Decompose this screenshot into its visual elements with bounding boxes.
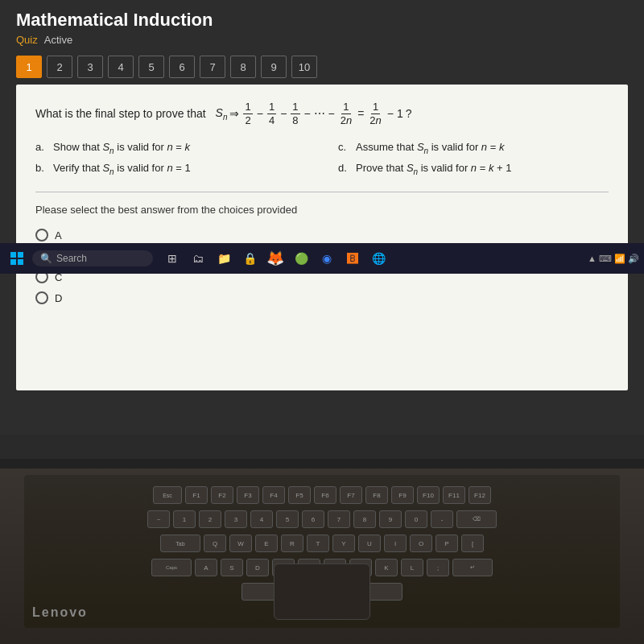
key-f4[interactable]: F4 [262, 486, 285, 504]
key-l[interactable]: L [401, 559, 423, 576]
key-6[interactable]: 6 [302, 510, 324, 528]
question-num-10[interactable]: 10 [291, 56, 317, 78]
key-w[interactable]: W [229, 535, 252, 552]
breadcrumb-quiz[interactable]: Quiz [16, 34, 38, 46]
question-num-8[interactable]: 8 [230, 56, 256, 78]
taskbar-app-5[interactable]: 🦊 [264, 247, 287, 270]
key-i[interactable]: I [384, 535, 407, 552]
key-2[interactable]: 2 [199, 510, 221, 528]
key-f12[interactable]: F12 [469, 486, 491, 504]
key-8[interactable]: 8 [353, 510, 376, 528]
key-o[interactable]: O [410, 535, 432, 552]
radio-option-d[interactable]: D [35, 291, 609, 304]
key-a[interactable]: A [195, 559, 217, 576]
question-num-9[interactable]: 9 [261, 56, 287, 78]
app-container: Mathematical Induction Quiz Active 1 2 3… [0, 0, 644, 435]
taskbar-app-3[interactable]: 📁 [213, 247, 235, 270]
select-instruction: Please select the best answer from the c… [35, 204, 609, 216]
key-f2[interactable]: F2 [211, 486, 233, 504]
divider [35, 192, 609, 192]
key-4[interactable]: 4 [250, 510, 273, 528]
key-backspace[interactable]: ⌫ [456, 510, 497, 528]
question-num-2[interactable]: 2 [47, 56, 72, 78]
key-q[interactable]: Q [204, 535, 226, 552]
key-k[interactable]: K [375, 559, 398, 576]
choice-d: d. Prove that Sn is valid for n = k + 1 [338, 162, 609, 176]
lenovo-logo: Lenovo [32, 605, 88, 620]
key-bracket[interactable]: [ [461, 535, 484, 552]
question-num-5[interactable]: 5 [138, 56, 164, 78]
taskbar-tray: ▲ ⌨ 📶 🔊 [588, 254, 639, 264]
key-y[interactable]: Y [332, 535, 355, 552]
taskbar-app-4[interactable]: 🔒 [238, 247, 261, 270]
key-f10[interactable]: F10 [417, 486, 440, 504]
key-f3[interactable]: F3 [237, 486, 259, 504]
key-tilde[interactable]: ~ [147, 510, 170, 528]
key-9[interactable]: 9 [379, 510, 402, 528]
question-num-1[interactable]: 1 [16, 56, 42, 78]
key-r[interactable]: R [281, 535, 303, 552]
radio-circle-a [35, 229, 48, 242]
taskbar: 🔍 Search ⊞ 🗂 📁 🔒 🦊 🟢 ◉ 🅱 🌐 ▲ ⌨ 📶 🔊 [0, 243, 644, 274]
key-d[interactable]: D [246, 559, 269, 576]
key-tab[interactable]: Tab [160, 535, 200, 552]
key-f9[interactable]: F9 [391, 486, 414, 504]
taskbar-app-9[interactable]: 🌐 [367, 247, 390, 270]
search-icon: 🔍 [40, 253, 52, 264]
key-f6[interactable]: F6 [314, 486, 336, 504]
question-num-7[interactable]: 7 [200, 56, 225, 78]
search-text: Search [56, 253, 87, 264]
key-t[interactable]: T [307, 535, 329, 552]
key-f7[interactable]: F7 [340, 486, 362, 504]
question-num-4[interactable]: 4 [108, 56, 134, 78]
header: Mathematical Induction Quiz Active [0, 0, 644, 49]
key-7[interactable]: 7 [328, 510, 350, 528]
taskbar-apps: ⊞ 🗂 📁 🔒 🦊 🟢 ◉ 🅱 🌐 [161, 247, 390, 270]
trackpad[interactable] [274, 564, 370, 620]
choice-b: b. Verify that Sn is valid for n = 1 [35, 162, 306, 176]
key-5[interactable]: 5 [276, 510, 299, 528]
choices-grid: a. Show that Sn is valid for n = k c. As… [35, 141, 609, 175]
svg-rect-3 [18, 259, 23, 265]
key-1[interactable]: 1 [173, 510, 196, 528]
key-0[interactable]: 0 [405, 510, 427, 528]
taskbar-app-7[interactable]: ◉ [316, 247, 338, 270]
key-minus[interactable]: - [431, 510, 453, 528]
screen: Mathematical Induction Quiz Active 1 2 3… [0, 0, 644, 459]
svg-rect-0 [10, 252, 16, 258]
question-num-3[interactable]: 3 [77, 56, 103, 78]
svg-rect-1 [18, 252, 23, 258]
choice-c: c. Assume that Sn is valid for n = k [338, 141, 609, 155]
taskbar-app-1[interactable]: ⊞ [161, 247, 184, 270]
content-area: What is the final step to prove that Sn … [16, 85, 628, 390]
key-semi[interactable]: ; [427, 559, 449, 576]
taskbar-app-8[interactable]: 🅱 [341, 247, 364, 270]
taskbar-app-2[interactable]: 🗂 [187, 247, 209, 270]
key-esc[interactable]: Esc [153, 486, 182, 504]
key-enter[interactable]: ↵ [452, 559, 493, 576]
key-f1[interactable]: F1 [185, 486, 208, 504]
question-prefix: What is the final step to prove that [35, 105, 206, 122]
tray-icons: ▲ ⌨ 📶 🔊 [588, 254, 639, 264]
key-s[interactable]: S [221, 559, 243, 576]
key-f8[interactable]: F8 [365, 486, 388, 504]
key-f11[interactable]: F11 [443, 486, 465, 504]
key-e[interactable]: E [255, 535, 278, 552]
key-u[interactable]: U [358, 535, 381, 552]
page-title: Mathematical Induction [16, 10, 628, 31]
breadcrumb-active: Active [44, 34, 72, 46]
question-num-6[interactable]: 6 [169, 56, 195, 78]
formula: Sn ⇒ 1 2 − 1 4 − 1 8 − [216, 101, 412, 126]
taskbar-app-6[interactable]: 🟢 [290, 247, 312, 270]
radio-label-d: D [55, 292, 62, 304]
key-3[interactable]: 3 [225, 510, 247, 528]
radio-option-a[interactable]: A [35, 229, 609, 242]
key-p[interactable]: P [436, 535, 458, 552]
key-caps[interactable]: Caps [151, 559, 192, 576]
taskbar-search[interactable]: 🔍 Search [32, 250, 153, 266]
laptop-hinge [0, 459, 644, 469]
start-button[interactable] [5, 246, 29, 270]
key-f5[interactable]: F5 [288, 486, 311, 504]
question-bar: 1 2 3 4 5 6 7 8 9 10 [0, 49, 644, 85]
breadcrumb: Quiz Active [16, 34, 628, 46]
